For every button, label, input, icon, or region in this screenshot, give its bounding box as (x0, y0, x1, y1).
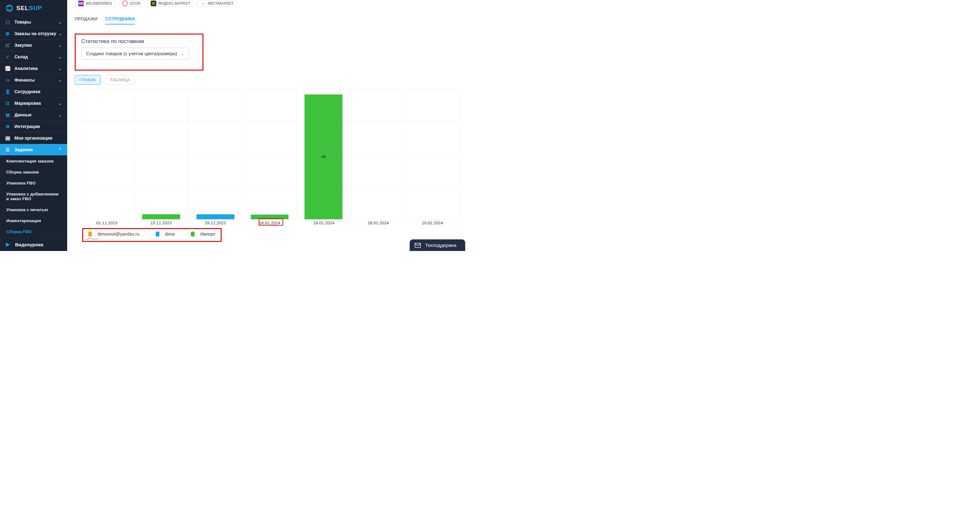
chevron-down-icon: ⌄ (180, 51, 184, 56)
support-label: Техподдержка (425, 243, 457, 248)
legend-swatch-orange (88, 232, 92, 237)
legend-swatch-blue (156, 232, 159, 237)
mp-tag-yandex[interactable]: М ЯНДЕКС.МАРКЕТ (147, 0, 194, 7)
tasks-icon: ☰ (5, 147, 10, 152)
legend-swatch-green (191, 232, 195, 237)
sidebar-item-zadaniya[interactable]: ☰ Задания ⌃ (0, 144, 67, 156)
x-label: 10.02.2024 (422, 221, 443, 225)
stat-title: Статистика по поставкам (81, 38, 197, 45)
sidebar-item-label: Мои организации (14, 135, 62, 141)
sub-item-komplekt[interactable]: Комплектация заказов (0, 156, 67, 167)
chevron-down-icon: ⌄ (58, 78, 62, 83)
chevron-down-icon: ⌄ (58, 54, 62, 59)
logo[interactable]: SELSUP (0, 0, 67, 16)
sidebar-item-label: Интеграции (14, 124, 62, 129)
sidebar-item-label: Финансы (14, 78, 58, 83)
sidebar-item-label: Данные (14, 112, 58, 117)
sidebar-item-orgs[interactable]: 🏢 Мои организации (0, 132, 67, 144)
sidebar-item-zakupki[interactable]: 🛒 Закупки ⌄ (0, 40, 67, 51)
sidebar-item-markirovka[interactable]: ⊡ Маркировка ⌄ (0, 98, 67, 109)
mp-label: WILDBERRIES (86, 1, 112, 6)
support-widget[interactable]: Техподдержка (410, 239, 465, 251)
sidebar: SELSUP ▢ Товары ⌄ ⊞ Заказы на отгрузку ⌄… (0, 0, 67, 251)
mp-tag-wildberries[interactable]: WB WILDBERRIES (75, 0, 116, 7)
x-label: 29.12.2023 (205, 221, 226, 225)
x-label: 26.01.2024 (368, 221, 389, 225)
check-circle-icon: ✓ (5, 54, 10, 59)
sidebar-item-label: Видеоуроки (15, 242, 43, 247)
box-icon: ▢ (5, 19, 10, 24)
mp-tag-ozon[interactable]: OZON (119, 0, 144, 7)
chevron-down-icon: ⌄ (58, 101, 62, 106)
sidebar-item-dannye[interactable]: ▤ Данные ⌄ (0, 109, 67, 121)
data-icon: ▤ (5, 112, 10, 117)
cart-icon: 🛒 (5, 43, 10, 48)
sub-item-invent[interactable]: Инвентаризация (0, 215, 67, 226)
sidebar-item-sotrudniki[interactable]: 👤 Сотрудники (0, 86, 67, 98)
user-icon: 👤 (5, 89, 10, 94)
mega-icon: ✓ (200, 1, 206, 6)
bar-dima-29-12[interactable] (197, 214, 234, 219)
sidebar-item-analitika[interactable]: 📈 Аналитика ⌄ (0, 63, 67, 74)
chevron-up-icon: ⌃ (58, 147, 62, 152)
stat-select[interactable]: Создано товаров (с учетом цвета/размера)… (81, 48, 189, 60)
sidebar-item-label: Товары (14, 19, 58, 24)
plug-icon: ⚙ (5, 124, 10, 129)
sidebar-item-finansy[interactable]: ▭ Финансы ⌄ (0, 74, 67, 86)
play-icon: ▶ (5, 242, 11, 247)
legend-label[interactable]: dimonnot@yandex.ru (98, 232, 139, 237)
chart-icon: 📈 (5, 66, 10, 71)
sidebar-item-sklad[interactable]: ✓ Склад ⌄ (0, 51, 67, 63)
stat-section-highlight: Статистика по поставкам Создано товаров … (75, 33, 204, 71)
x-label: 19.01.2024 (313, 221, 335, 225)
sidebar-item-label: Маркировка (14, 101, 58, 106)
logo-icon (5, 4, 14, 13)
subtab-prodazhi[interactable]: ПРОДАЖИ (75, 14, 98, 24)
sidebar-item-integracii[interactable]: ⚙ Интеграции (0, 121, 67, 132)
mp-tag-mega[interactable]: ✓ МЕГАМАРКЕТ (197, 0, 237, 7)
legend-label[interactable]: dima (165, 232, 175, 237)
x-axis-labels: 01.11.2023 15.11.2023 29.12.2023 18.01.2… (80, 219, 460, 226)
chart: 48 01.11.2023 15.11.2023 29.12.2023 18.0… (80, 89, 460, 242)
wb-icon: WB (78, 1, 84, 6)
sidebar-item-label: Закупки (14, 43, 58, 48)
x-label: 15.11.2023 (150, 221, 172, 225)
mp-label: OZON (130, 1, 141, 6)
sidebar-item-zakazy[interactable]: ⊞ Заказы на отгрузку ⌄ (0, 28, 67, 40)
sidebar-item-label: Склад (14, 54, 58, 59)
marketplace-tags: WB WILDBERRIES OZON М ЯНДЕКС.МАРКЕТ ✓ МЕ… (75, 0, 465, 7)
sidebar-item-tovary[interactable]: ▢ Товары ⌄ (0, 16, 67, 28)
yandex-icon: М (151, 1, 156, 6)
sub-item-sborka-fbo[interactable]: Сборка FBO (0, 226, 67, 237)
bar-label: 48 (321, 154, 326, 159)
subtabs: ПРОДАЖИ СОТРУДНИКИ (75, 14, 465, 25)
sub-item-upakovka-dobav[interactable]: Упаковка с добавлением в заказ FBO (0, 189, 67, 204)
qr-icon: ⊡ (5, 101, 10, 106)
legend-label[interactable]: Импорт (200, 232, 216, 237)
sub-item-upakovka-fbo[interactable]: Упаковка FBO (0, 178, 67, 189)
chevron-down-icon: ⌄ (58, 19, 62, 24)
legend-highlight: dimonnot@yandex.ru dima Импорт (82, 228, 222, 242)
bar-import-15-11[interactable] (142, 214, 180, 219)
subtab-sotrudniki[interactable]: СОТРУДНИКИ (105, 14, 135, 24)
view-btn-grafik[interactable]: ГРАФИК (75, 75, 101, 85)
chevron-down-icon: ⌄ (58, 43, 62, 48)
sidebar-item-label: Аналитика (14, 66, 58, 71)
x-label: 18.01.2024 (259, 221, 280, 225)
sidebar-item-label: Задания (14, 147, 58, 152)
sidebar-item-video[interactable]: ▶ Видеоуроки (0, 237, 67, 251)
sidebar-item-label: Сотрудники (14, 89, 62, 94)
grid-icon: ⊞ (5, 31, 10, 36)
view-btn-tablica[interactable]: ТАБЛИЦА (105, 75, 135, 85)
bar-import-19-01[interactable]: 48 (304, 94, 342, 219)
building-icon: 🏢 (5, 135, 10, 141)
stat-select-value: Создано товаров (с учетом цвета/размера) (86, 51, 177, 56)
chevron-down-icon: ⌄ (58, 66, 62, 71)
sub-item-upakovka-pech[interactable]: Упаковка с печатью (0, 204, 67, 215)
chevron-down-icon: ⌄ (58, 31, 62, 36)
chart-plot: 48 (80, 89, 460, 219)
mp-label: МЕГАМАРКЕТ (208, 1, 234, 6)
chevron-down-icon: ⌄ (58, 112, 62, 117)
sub-item-sborka[interactable]: Сборка заказов (0, 167, 67, 178)
legend: dimonnot@yandex.ru dima Импорт (83, 229, 221, 239)
